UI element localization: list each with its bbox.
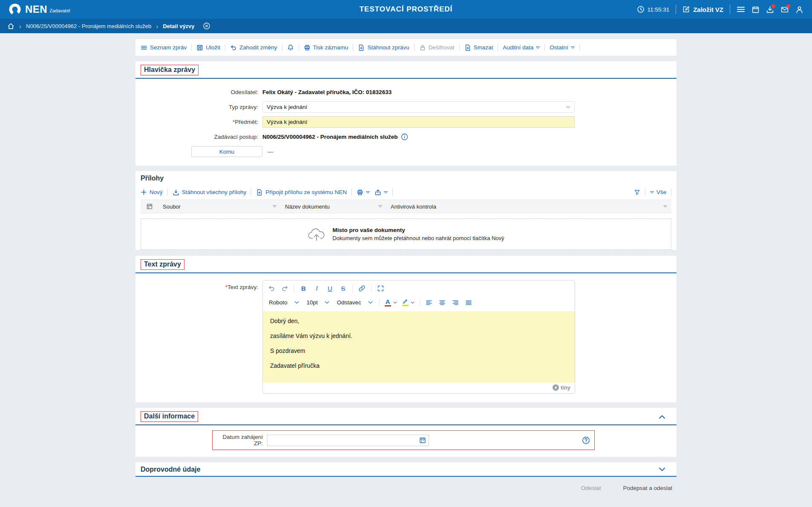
top-bar: NEN Zadavatel TESTOVACÍ PROSTŘEDÍ 11:55:… <box>0 0 812 19</box>
help-icon[interactable] <box>582 436 590 444</box>
download-icon <box>173 189 179 196</box>
start-date-row: Datum zahájení ZP: <box>135 425 677 457</box>
separator <box>676 5 676 14</box>
underline-button[interactable]: U <box>324 283 336 294</box>
text-color-button[interactable]: A <box>383 297 399 308</box>
fullscreen-icon[interactable] <box>374 283 387 294</box>
block-format-select[interactable]: Odstavec <box>334 297 376 308</box>
print-attachments-button[interactable] <box>357 189 370 196</box>
editor-paragraph: zasíláme Vám výzvu k jednání. <box>270 332 567 339</box>
export-icon <box>374 189 381 196</box>
start-date-label: Datum zahájení ZP: <box>217 434 263 447</box>
start-date-input[interactable] <box>267 435 429 446</box>
tiny-logo-icon <box>553 384 559 391</box>
downloads-button[interactable] <box>766 6 774 14</box>
brand[interactable]: NEN Zadavatel <box>9 3 70 16</box>
download-message-button[interactable]: Stáhnout zprávu <box>358 44 409 51</box>
calendar-picker-icon[interactable] <box>419 437 426 444</box>
plus-icon <box>141 189 147 195</box>
strikethrough-button[interactable]: S <box>337 283 349 294</box>
align-left-icon[interactable] <box>423 297 435 308</box>
editor-paragraph: Zadavatel příručka <box>270 362 567 369</box>
user-button[interactable] <box>795 6 803 14</box>
attach-from-nen-button[interactable]: Připojit přílohu ze systému NEN <box>256 189 347 196</box>
clock: 11:55:31 <box>637 6 670 13</box>
align-right-icon[interactable] <box>449 297 462 308</box>
column-filter-icon[interactable] <box>663 205 667 208</box>
section-title-additional-info: Další informace <box>141 411 198 422</box>
tiny-brand[interactable]: tiny <box>553 384 570 391</box>
filter-button[interactable] <box>634 189 640 195</box>
undo-icon[interactable] <box>265 283 278 294</box>
columns-settings-icon[interactable] <box>141 200 158 213</box>
notifications-button[interactable] <box>287 44 294 51</box>
message-header-card: Hlavička zprávy Odesílatel: Felix Okátý … <box>135 61 677 166</box>
breadcrumb-item-current: Detail výzvy <box>163 23 194 29</box>
dropdown-caret-icon <box>536 46 540 49</box>
message-type-select[interactable]: Výzva k jednání <box>262 101 575 113</box>
link-icon[interactable] <box>356 283 368 294</box>
align-justify-icon[interactable] <box>463 297 475 308</box>
procedure-label: Zadávací postup: <box>135 134 262 140</box>
recipient-value: — <box>268 149 274 155</box>
separator <box>459 44 460 51</box>
separator <box>420 299 420 306</box>
messages-button[interactable] <box>780 6 789 14</box>
attachments-dropzone[interactable]: Místo pro vaše dokumenty Dokumenty sem m… <box>141 218 671 250</box>
editor-status-bar: tiny <box>263 383 575 393</box>
column-header-soubor[interactable]: Soubor <box>158 200 281 213</box>
bold-button[interactable]: B <box>297 283 310 294</box>
calendar-button[interactable] <box>752 6 760 14</box>
separator <box>379 299 380 306</box>
recipient-button[interactable]: Komu <box>191 146 262 157</box>
new-attachment-button[interactable]: Nový <box>141 189 163 195</box>
menu-button[interactable] <box>737 6 745 13</box>
discard-changes-button[interactable]: Zahodit změny <box>230 44 277 51</box>
column-filter-icon[interactable] <box>273 205 276 208</box>
highlight-color-button[interactable] <box>400 297 417 308</box>
home-icon[interactable] <box>7 23 14 30</box>
chevron-up-icon[interactable] <box>659 415 665 419</box>
info-icon[interactable] <box>401 133 408 140</box>
highlighter-icon <box>402 299 409 306</box>
delete-button[interactable]: Smazat <box>464 44 493 51</box>
clock-icon <box>637 6 645 13</box>
audit-data-button[interactable]: Auditní data <box>503 44 540 51</box>
italic-button[interactable]: I <box>311 283 323 294</box>
document-delete-icon <box>464 44 471 51</box>
send-button[interactable]: Odeslat <box>581 485 601 491</box>
view-all-filter-button[interactable]: Vše <box>650 189 666 195</box>
breadcrumb-item-procedure[interactable]: N006/25/V00004962 - Pronájem mediálních … <box>26 23 151 29</box>
separator <box>579 44 580 51</box>
dropdown-caret-icon <box>366 191 370 194</box>
save-button[interactable]: Uložit <box>196 44 220 51</box>
subject-input[interactable]: Výzva k jednání <box>262 116 575 128</box>
close-tab-icon[interactable] <box>203 22 210 30</box>
procedure-row: Zadávací postup: N006/25/V00004962 - Pro… <box>135 131 677 143</box>
list-icon <box>141 44 147 51</box>
download-all-attachments-button[interactable]: Stáhnout všechny přílohy <box>173 189 247 196</box>
font-family-select[interactable]: Roboto <box>265 297 302 308</box>
message-text-card: Text zprávy *Text zprávy: B I U S <box>135 256 677 402</box>
separator <box>353 44 353 51</box>
user-icon <box>795 6 803 14</box>
export-attachments-button[interactable] <box>374 189 388 196</box>
editor-content-area[interactable]: Dobrý den, zasíláme Vám výzvu k jednání.… <box>263 311 575 383</box>
chevron-down-icon[interactable] <box>659 467 665 472</box>
separator <box>191 44 192 51</box>
other-actions-button[interactable]: Ostatní <box>550 44 575 51</box>
message-list-button[interactable]: Seznam zpráv <box>141 44 187 51</box>
main-content: Seznam zpráv Uložit Zahodit změny <box>135 33 677 501</box>
print-record-button[interactable]: Tisk záznamu <box>304 44 348 51</box>
message-type-row: Typ zprávy: Výzva k jednání <box>135 101 677 113</box>
column-header-nazev-dokumentu[interactable]: Název dokumentu <box>281 200 386 213</box>
create-vz-button[interactable]: Založit VZ <box>682 6 723 13</box>
sign-and-send-button[interactable]: Podepsat a odeslat <box>623 485 672 491</box>
align-center-icon[interactable] <box>436 297 449 308</box>
redo-icon[interactable] <box>279 283 291 294</box>
dropzone-text: Místo pro vaše dokumenty Dokumenty sem m… <box>332 227 504 241</box>
message-type-label: Typ zprávy: <box>135 104 262 110</box>
column-header-antivirova-kontrola[interactable]: Antivirová kontrola <box>386 200 671 213</box>
font-size-select[interactable]: 10pt <box>303 297 333 308</box>
column-filter-icon[interactable] <box>378 205 382 208</box>
